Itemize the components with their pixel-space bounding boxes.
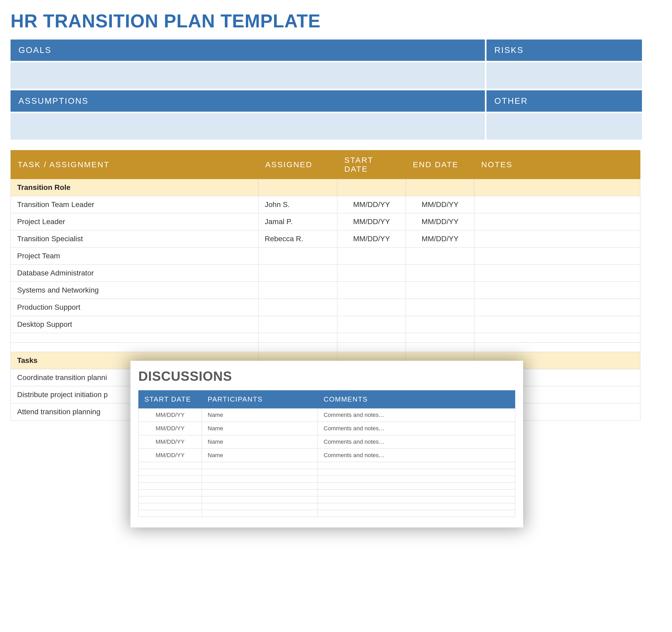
assigned-cell[interactable] [258,248,337,264]
disc-participants-cell[interactable] [202,476,318,483]
discussions-table: START DATE PARTICIPANTS COMMENTS MM/DD/Y… [138,390,515,517]
assumptions-header: ASSUMPTIONS [10,90,485,112]
other-header: OTHER [486,90,642,112]
discussion-row [139,497,515,503]
disc-start-cell[interactable] [139,469,202,476]
disc-start-cell[interactable]: MM/DD/YY [139,408,202,422]
table-row: Transition SpecialistRebecca R.MM/DD/YYM… [11,230,640,248]
discussion-row [139,462,515,469]
disc-participants-cell[interactable] [202,510,318,517]
notes-cell[interactable] [474,333,640,343]
disc-comments-cell[interactable]: Comments and notes… [318,449,515,462]
end-cell[interactable] [406,299,474,316]
end-cell[interactable]: MM/DD/YY [406,196,474,213]
disc-start-cell[interactable] [139,483,202,489]
task-cell[interactable]: Project Team [11,248,259,264]
disc-comments-cell[interactable]: Comments and notes… [318,408,515,422]
task-cell[interactable]: Desktop Support [11,316,259,333]
disc-comments-cell[interactable] [318,497,515,503]
end-cell[interactable] [406,248,474,264]
disc-participants-cell[interactable]: Name [202,422,318,435]
start-cell[interactable] [337,343,406,352]
disc-start-cell[interactable] [139,462,202,469]
end-cell[interactable]: MM/DD/YY [406,230,474,248]
disc-comments-cell[interactable] [318,469,515,476]
disc-comments-cell[interactable] [318,483,515,489]
disc-start-cell[interactable] [139,497,202,503]
assigned-cell[interactable] [258,316,337,333]
end-cell[interactable] [406,316,474,333]
disc-start-cell[interactable]: MM/DD/YY [139,449,202,462]
risks-value[interactable] [486,62,642,89]
notes-cell[interactable] [474,316,640,333]
disc-participants-cell[interactable] [202,483,318,489]
notes-cell[interactable] [474,282,640,299]
disc-comments-cell[interactable] [318,489,515,497]
disc-start-cell[interactable] [139,489,202,497]
start-cell[interactable] [337,316,406,333]
assigned-cell[interactable] [258,343,337,352]
assumptions-value[interactable] [10,113,485,140]
notes-cell[interactable] [474,213,640,230]
task-cell[interactable]: Database Administrator [11,264,259,282]
table-row: Database Administrator [11,264,640,282]
disc-start-cell[interactable]: MM/DD/YY [139,435,202,449]
disc-comments-cell[interactable] [318,510,515,517]
notes-cell[interactable] [474,196,640,213]
start-cell[interactable] [337,333,406,343]
disc-participants-cell[interactable] [202,489,318,497]
start-cell[interactable]: MM/DD/YY [337,196,406,213]
disc-participants-cell[interactable] [202,503,318,510]
notes-cell[interactable] [474,343,640,352]
disc-comments-cell[interactable]: Comments and notes… [318,435,515,449]
disc-participants-cell[interactable]: Name [202,408,318,422]
notes-cell[interactable] [474,230,640,248]
end-cell[interactable]: MM/DD/YY [406,213,474,230]
assigned-cell[interactable] [258,264,337,282]
disc-participants-cell[interactable] [202,462,318,469]
end-cell[interactable] [406,333,474,343]
disc-participants-cell[interactable]: Name [202,435,318,449]
end-cell[interactable] [406,282,474,299]
disc-participants-cell[interactable]: Name [202,449,318,462]
disc-participants-cell[interactable] [202,497,318,503]
start-cell[interactable] [337,299,406,316]
task-cell[interactable]: Transition Team Leader [11,196,259,213]
task-cell[interactable] [11,343,259,352]
disc-start-cell[interactable] [139,476,202,483]
start-cell[interactable]: MM/DD/YY [337,230,406,248]
task-table-header-row: TASK / ASSIGNMENT ASSIGNED START DATE EN… [11,150,640,179]
disc-comments-cell[interactable] [318,503,515,510]
disc-start-cell[interactable]: MM/DD/YY [139,422,202,435]
start-cell[interactable] [337,248,406,264]
task-cell[interactable]: Transition Specialist [11,230,259,248]
assigned-cell[interactable] [258,282,337,299]
discussion-row: MM/DD/YYNameComments and notes… [139,422,515,435]
task-cell[interactable] [11,333,259,343]
other-value[interactable] [486,113,642,140]
discussion-row [139,476,515,483]
start-cell[interactable] [337,264,406,282]
assigned-cell[interactable]: John S. [258,196,337,213]
notes-cell[interactable] [474,248,640,264]
assigned-cell[interactable]: Jamal P. [258,213,337,230]
start-cell[interactable] [337,282,406,299]
disc-comments-cell[interactable]: Comments and notes… [318,422,515,435]
assigned-cell[interactable] [258,299,337,316]
assigned-cell[interactable] [258,333,337,343]
assigned-cell[interactable]: Rebecca R. [258,230,337,248]
task-cell[interactable]: Project Leader [11,213,259,230]
notes-cell[interactable] [474,264,640,282]
end-cell[interactable] [406,343,474,352]
disc-comments-cell[interactable] [318,476,515,483]
start-cell[interactable]: MM/DD/YY [337,213,406,230]
goals-value[interactable] [10,62,485,89]
disc-start-cell[interactable] [139,503,202,510]
task-cell[interactable]: Systems and Networking [11,282,259,299]
disc-participants-cell[interactable] [202,469,318,476]
task-cell[interactable]: Production Support [11,299,259,316]
end-cell[interactable] [406,264,474,282]
disc-start-cell[interactable] [139,510,202,517]
disc-comments-cell[interactable] [318,462,515,469]
notes-cell[interactable] [474,299,640,316]
